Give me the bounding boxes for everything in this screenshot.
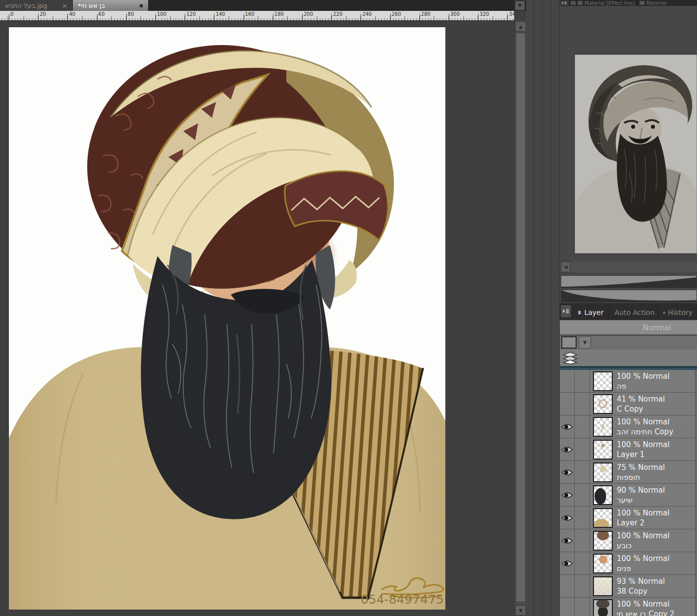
layer-thumbnail[interactable] [593, 531, 613, 551]
panel-splitter[interactable] [526, 0, 560, 616]
layer-opacity-blend: 100 % Normal [617, 371, 670, 381]
ruler-tick [420, 14, 420, 20]
ruler-tick [361, 14, 361, 20]
layer-thumbnail[interactable] [593, 554, 613, 573]
layer-select-cell[interactable] [575, 575, 590, 597]
layer-thumbnail[interactable] [593, 440, 613, 460]
tab-overflow-button[interactable]: ▼ [515, 0, 525, 10]
layer-row[interactable]: 100 % Normalבן איש חי Copy 2 [560, 598, 697, 616]
layer-visibility-toggle[interactable] [560, 507, 575, 529]
layer-select-cell[interactable] [575, 415, 590, 438]
layer-opacity-blend: 100 % Normal [617, 440, 670, 450]
layer-row[interactable]: 100 % Normalחתימה זהב Copy [560, 415, 697, 438]
doc-tab-baal-hatanya[interactable]: בעל התניא.jpg × [0, 0, 73, 11]
doc-tab-ben-ish-chai[interactable]: *בן אש חי ● [73, 0, 149, 11]
layer-select-cell[interactable] [575, 507, 590, 529]
layer-row[interactable]: 100 % NormalLayer 1 [560, 438, 697, 461]
layer-visibility-toggle[interactable] [560, 438, 575, 461]
canvas-vertical-scrollbar[interactable]: ▲ ▼ [514, 21, 526, 616]
layer-select-cell[interactable] [575, 552, 590, 574]
layer-name: Layer 1 [617, 450, 670, 460]
layer-thumbnail[interactable] [593, 417, 613, 437]
panel-menu-icon[interactable] [560, 0, 569, 5]
layer-opacity-blend: 100 % Normal [617, 554, 670, 564]
tab-history[interactable]: History [659, 305, 697, 320]
tab-layer[interactable]: Layer [573, 305, 608, 320]
layer-select-cell[interactable] [575, 529, 590, 552]
ruler-tick [126, 14, 127, 20]
ruler-label: 60 [99, 11, 105, 17]
blend-mode-dropdown[interactable]: Normal [560, 320, 697, 335]
scroll-up-button[interactable]: ▲ [515, 21, 526, 32]
ruler-tick [449, 14, 449, 20]
layer-name: שיער [617, 495, 665, 505]
layer-visibility-toggle[interactable] [560, 529, 575, 552]
layer-color-swatch[interactable] [561, 336, 577, 349]
ruler-tick [9, 14, 9, 20]
eye-icon [562, 423, 573, 430]
layer-thumbnail[interactable] [593, 394, 613, 414]
beard [141, 256, 331, 519]
material-scroll-left-button[interactable]: ◀ [561, 261, 571, 272]
close-icon[interactable]: × [62, 2, 67, 9]
history-icon [663, 308, 665, 317]
panel-menu-button[interactable] [560, 305, 572, 318]
reference-photo-material[interactable] [575, 54, 697, 254]
layer-visibility-toggle[interactable] [560, 461, 575, 483]
layer-visibility-toggle[interactable] [560, 370, 575, 392]
layer-opacity-blend: 100 % Normal [617, 417, 673, 427]
layer-row[interactable]: 100 % Normalפנים [560, 552, 697, 575]
tab-material[interactable]: Material [646, 0, 667, 6]
tab-auto-action[interactable]: Auto Action [608, 305, 659, 320]
layers-stack-icon[interactable] [562, 352, 579, 364]
material-icon [640, 1, 644, 5]
ruler-label: 280 [421, 11, 430, 17]
layer-select-cell[interactable] [575, 393, 590, 415]
layer-opacity-blend: 90 % Normal [617, 485, 665, 495]
layer-row[interactable]: 100 % Normalכובע [560, 529, 697, 552]
layer-visibility-toggle[interactable] [560, 393, 575, 415]
layer-name: פנים [617, 564, 670, 573]
layer-select-cell[interactable] [575, 484, 590, 506]
layer-row[interactable]: 90 % Normalשיער [560, 484, 697, 507]
eye-icon [562, 492, 573, 499]
layer-thumbnail[interactable] [593, 576, 613, 596]
material-item-effect-line-1[interactable] [561, 275, 697, 288]
scrollbar-thumb[interactable] [516, 33, 526, 602]
chevron-down-icon: ▼ [583, 340, 587, 345]
layer-thumbnail[interactable] [593, 371, 613, 391]
ruler-label: 40 [69, 11, 75, 17]
layer-select-cell[interactable] [575, 370, 590, 392]
layer-visibility-toggle[interactable] [560, 575, 575, 597]
ruler-label: 120 [186, 11, 196, 17]
layer-select-cell[interactable] [575, 438, 590, 461]
scroll-down-button[interactable]: ▼ [515, 605, 526, 616]
tab-material-effect-line[interactable]: Material [Effect line] [585, 0, 635, 6]
layer-row[interactable]: 75 % Normalתוספות [560, 461, 697, 484]
layer-row[interactable]: 100 % Normalפה [560, 370, 697, 393]
layer-thumbnail[interactable] [593, 485, 613, 505]
layer-row[interactable]: 100 % NormalLayer 2 [560, 507, 697, 529]
ruler: 0204060801001201401601802002202402602803… [0, 11, 514, 21]
ruler-tick [331, 14, 332, 20]
ruler-tick [478, 14, 479, 20]
material-scroll-track[interactable] [560, 261, 697, 272]
layer-row[interactable]: 41 % NormalC Copy [560, 393, 697, 415]
layer-select-cell[interactable] [575, 598, 590, 616]
layer-thumbnail[interactable] [593, 508, 613, 528]
layer-visibility-toggle[interactable] [560, 552, 575, 574]
material-item-effect-line-2[interactable] [561, 290, 697, 303]
layer-visibility-toggle[interactable] [560, 484, 575, 506]
layer-list-scrollbar[interactable] [695, 370, 697, 616]
selected-layer-partial-row[interactable] [560, 366, 697, 370]
layer-visibility-toggle[interactable] [560, 415, 575, 438]
canvas-page-painting[interactable]: 054-8497475 [9, 27, 445, 610]
layer-color-dropdown[interactable]: ▼ [579, 336, 591, 349]
layer-visibility-toggle[interactable] [560, 598, 575, 616]
layer-row[interactable]: 93 % Normal38 Copy [560, 575, 697, 598]
layer-name: 38 Copy [617, 586, 665, 596]
layer-thumbnail[interactable] [593, 599, 613, 616]
layer-select-cell[interactable] [575, 461, 590, 483]
eye-icon [562, 514, 573, 521]
layer-thumbnail[interactable] [593, 462, 613, 482]
